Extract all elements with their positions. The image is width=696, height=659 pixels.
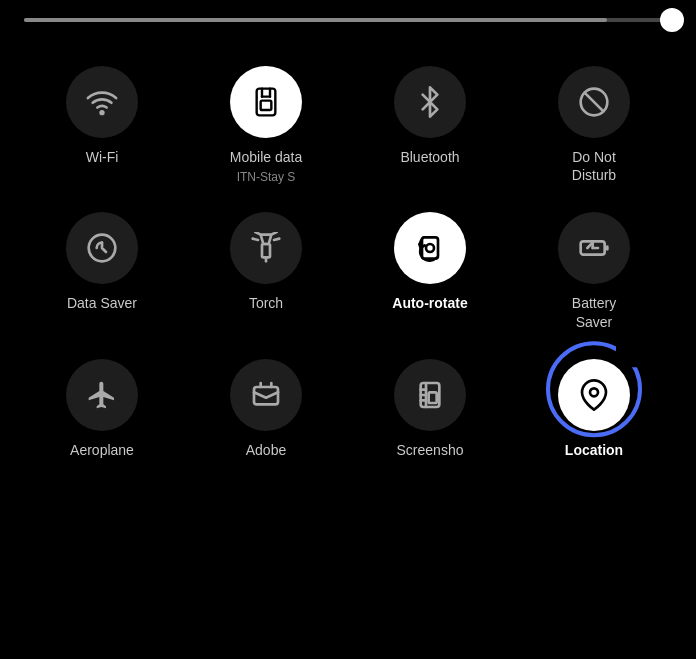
data-saver-label: Data Saver: [67, 294, 137, 312]
battery-saver-icon: [578, 232, 610, 264]
tile-dnd[interactable]: Do NotDisturb: [512, 52, 676, 198]
tile-screenshot[interactable]: Screensho: [348, 345, 512, 473]
tile-bluetooth[interactable]: Bluetooth: [348, 52, 512, 198]
tile-mobile-data[interactable]: Mobile data ITN-Stay S: [184, 52, 348, 198]
location-label: Location: [565, 441, 623, 459]
svg-rect-22: [254, 387, 278, 404]
mobile-data-sublabel: ITN-Stay S: [237, 170, 296, 184]
torch-label: Torch: [249, 294, 283, 312]
torch-icon: [250, 232, 282, 264]
svg-line-14: [274, 239, 279, 240]
tile-aeroplane[interactable]: Aeroplane: [20, 345, 184, 473]
data-saver-icon-circle: [66, 212, 138, 284]
svg-rect-5: [261, 101, 272, 110]
tile-adobe[interactable]: Adobe: [184, 345, 348, 473]
auto-rotate-label: Auto-rotate: [392, 294, 467, 312]
mobile-data-label: Mobile data: [230, 148, 302, 166]
dnd-icon: [578, 86, 610, 118]
tile-location[interactable]: Location: [512, 345, 676, 473]
location-highlight-wrapper: [558, 359, 630, 431]
data-saver-icon: [86, 232, 118, 264]
location-icon-circle: [558, 359, 630, 431]
svg-point-28: [590, 388, 598, 396]
screenshot-icon: [414, 379, 446, 411]
dnd-label: Do NotDisturb: [572, 148, 616, 184]
svg-line-12: [271, 232, 276, 235]
tile-battery-saver[interactable]: BatterySaver: [512, 198, 676, 344]
tile-auto-rotate[interactable]: Auto-rotate: [348, 198, 512, 344]
screenshot-icon-circle: [394, 359, 466, 431]
slider-fill: [24, 18, 607, 22]
aeroplane-icon: [86, 379, 118, 411]
svg-rect-27: [429, 392, 437, 403]
bluetooth-label: Bluetooth: [400, 148, 459, 166]
bluetooth-icon-circle: [394, 66, 466, 138]
wifi-icon-circle: [66, 66, 138, 138]
slider-thumb[interactable]: [660, 8, 684, 32]
adobe-icon: [250, 379, 282, 411]
location-icon: [578, 379, 610, 411]
adobe-label: Adobe: [246, 441, 286, 459]
aeroplane-icon-circle: [66, 359, 138, 431]
auto-rotate-icon: [414, 232, 446, 264]
aeroplane-label: Aeroplane: [70, 441, 134, 459]
screenshot-label: Screensho: [397, 441, 464, 459]
slider-track: [24, 18, 672, 22]
auto-rotate-icon-circle: [394, 212, 466, 284]
bluetooth-icon: [414, 86, 446, 118]
tile-torch[interactable]: Torch: [184, 198, 348, 344]
adobe-icon-circle: [230, 359, 302, 431]
mobile-data-icon-circle: [230, 66, 302, 138]
svg-line-11: [255, 232, 260, 235]
torch-icon-circle: [230, 212, 302, 284]
wifi-icon: [86, 86, 118, 118]
svg-line-7: [585, 93, 604, 112]
brightness-slider[interactable]: [0, 0, 696, 32]
svg-line-13: [253, 239, 258, 240]
battery-saver-icon-circle: [558, 212, 630, 284]
wifi-label: Wi-Fi: [86, 148, 119, 166]
sim-icon: [250, 86, 282, 118]
svg-rect-9: [262, 244, 270, 257]
svg-point-0: [101, 111, 104, 114]
tile-data-saver[interactable]: Data Saver: [20, 198, 184, 344]
battery-saver-label: BatterySaver: [572, 294, 616, 330]
svg-point-16: [426, 244, 434, 252]
quick-settings-grid: Wi-Fi Mobile data ITN-Stay S Bluetooth: [0, 32, 696, 473]
dnd-icon-circle: [558, 66, 630, 138]
svg-rect-15: [422, 238, 438, 259]
tile-wifi[interactable]: Wi-Fi: [20, 52, 184, 198]
